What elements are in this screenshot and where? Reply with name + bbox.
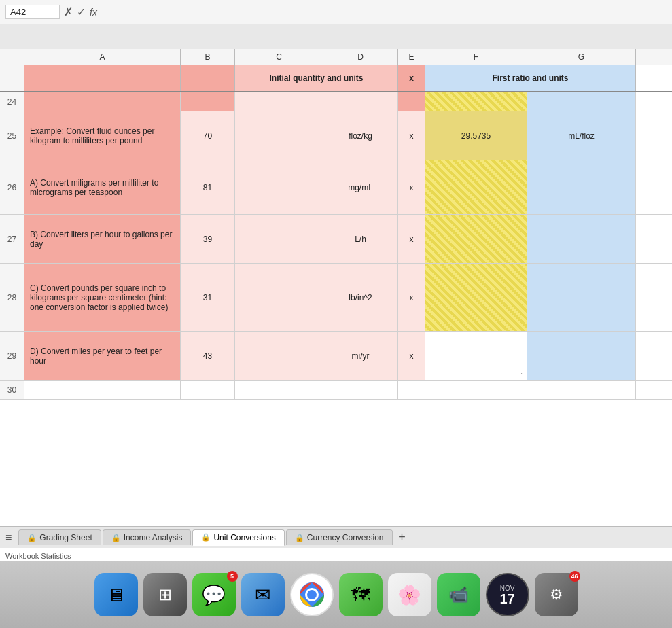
cell-27-c[interactable] (235, 215, 323, 263)
cell-26-c[interactable] (235, 160, 323, 214)
cell-25-a[interactable]: Example: Convert fluid ounces per kilogr… (24, 111, 181, 160)
col-header-d[interactable]: D (323, 49, 398, 65)
dock-item-mail[interactable]: ✉ (241, 573, 285, 616)
cell-24-c[interactable] (235, 92, 323, 111)
col-header-g[interactable]: G (527, 49, 636, 65)
cell-27-a[interactable]: B) Convert liters per hour to gallons pe… (24, 215, 181, 263)
cell-29-e[interactable]: x (398, 332, 425, 380)
col-header-b[interactable]: B (181, 49, 235, 65)
dock-item-photos[interactable]: 🌸 (388, 573, 431, 616)
row-num-corner (0, 49, 24, 65)
cell-26-e[interactable]: x (398, 160, 425, 214)
col-header-a[interactable]: A (24, 49, 181, 65)
cell-30-b[interactable] (181, 381, 235, 399)
formula-input[interactable] (101, 7, 667, 17)
table-row: 28 C) Convert pounds per square inch to … (0, 264, 672, 332)
cell-reference[interactable]: A42 (5, 5, 60, 19)
add-sheet-button[interactable]: + (394, 529, 410, 546)
cell-27-e[interactable]: x (398, 215, 425, 263)
cell-30-g[interactable] (527, 381, 636, 399)
cell-28-d[interactable]: lb/in^2 (323, 264, 398, 331)
row-num-26: 26 (0, 160, 24, 214)
cell-26-g[interactable] (527, 160, 636, 214)
tab-menu-icon[interactable]: ≡ (5, 531, 12, 544)
cell-24-a[interactable] (24, 92, 181, 111)
cell-24-g[interactable] (527, 92, 636, 111)
notification-icon: ⚙ (550, 586, 563, 604)
tab-unit-label: Unit Conversions (213, 533, 275, 542)
cell-29-c[interactable] (235, 332, 323, 380)
lock-icon-3: 🔒 (201, 533, 211, 542)
cell-27-b[interactable]: 39 (181, 215, 235, 263)
workbook-statistics[interactable]: Workbook Statistics (5, 552, 71, 560)
cell-28-a[interactable]: C) Convert pounds per square inch to kil… (24, 264, 181, 331)
dock-clock[interactable]: NOV 17 (486, 573, 529, 616)
cell-24-e[interactable] (398, 92, 425, 111)
cell-28-b[interactable]: 31 (181, 264, 235, 331)
table-row: 24 (0, 92, 672, 111)
cancel-icon[interactable]: ✗ (64, 5, 73, 18)
cell-30-a[interactable] (24, 381, 181, 399)
dock-item-chrome[interactable] (290, 573, 334, 616)
lock-icon-4: 🔒 (295, 534, 304, 542)
cell-27-d[interactable]: L/h (323, 215, 398, 263)
dock: 🖥 ⊞ 💬 5 ✉ 🗺 🌸 📹 NOV 17 (0, 561, 672, 628)
maps-icon: 🗺 (351, 584, 370, 606)
dock-item-messages[interactable]: 💬 5 (192, 573, 236, 616)
cell-27-g[interactable] (527, 215, 636, 263)
cell-24-b[interactable] (181, 92, 235, 111)
cell-29-g[interactable] (527, 332, 636, 380)
cell-25-e[interactable]: x (398, 111, 425, 160)
header-cell-a (24, 65, 181, 91)
col-header-c[interactable]: C (235, 49, 323, 65)
col-header-f[interactable]: F (425, 49, 527, 65)
column-label-row: Initial quantity and units x First ratio… (0, 65, 672, 92)
cell-25-f[interactable]: 29.5735 (425, 111, 527, 160)
tab-unit-conversions[interactable]: 🔒 Unit Conversions (192, 529, 284, 546)
function-icon[interactable]: fx (90, 7, 97, 18)
cell-29-b[interactable]: 43 (181, 332, 235, 380)
cell-30-e[interactable] (398, 381, 425, 399)
cell-26-d[interactable]: mg/mL (323, 160, 398, 214)
cell-25-c[interactable] (235, 111, 323, 160)
dock-item-notification[interactable]: ⚙ 46 (535, 573, 578, 616)
confirm-icon[interactable]: ✓ (77, 5, 86, 18)
cell-30-d[interactable] (323, 381, 398, 399)
tab-income-label: Income Analysis (124, 533, 183, 542)
cell-29-f[interactable]: · (425, 332, 527, 380)
cell-30-f[interactable] (425, 381, 527, 399)
dock-item-finder[interactable]: 🖥 (94, 573, 138, 616)
tab-grading-sheet[interactable]: 🔒 Grading Sheet (18, 529, 101, 545)
cell-29-a[interactable]: D) Convert miles per year to feet per ho… (24, 332, 181, 380)
spreadsheet-grid: Initial quantity and units x First ratio… (0, 65, 672, 400)
dock-item-facetime[interactable]: 📹 (437, 573, 480, 616)
cell-29-d[interactable]: mi/yr (323, 332, 398, 380)
tab-income-analysis[interactable]: 🔒 Income Analysis (103, 529, 192, 545)
cell-30-c[interactable] (235, 381, 323, 399)
cell-25-b[interactable]: 70 (181, 111, 235, 160)
col-header-e[interactable]: E (398, 49, 425, 65)
header-cell-fg: First ratio and units (425, 65, 636, 91)
cell-28-f[interactable] (425, 264, 527, 331)
cell-28-e[interactable]: x (398, 264, 425, 331)
dock-item-launchpad[interactable]: ⊞ (143, 573, 187, 616)
cell-26-f[interactable] (425, 160, 527, 214)
workbook-stats-label: Workbook Statistics (5, 552, 71, 560)
finder-icon: 🖥 (107, 584, 126, 606)
clock-day: 17 (499, 592, 514, 606)
cell-24-d[interactable] (323, 92, 398, 111)
tab-grading-label: Grading Sheet (39, 533, 92, 542)
cell-25-d[interactable]: floz/kg (323, 111, 398, 160)
cell-27-f[interactable] (425, 215, 527, 263)
row-num-label (0, 65, 24, 91)
cell-26-b[interactable]: 81 (181, 160, 235, 214)
cell-28-g[interactable] (527, 264, 636, 331)
cell-25-g[interactable]: mL/floz (527, 111, 636, 160)
cell-28-c[interactable] (235, 264, 323, 331)
cell-26-a[interactable]: A) Convert miligrams per milliliter to m… (24, 160, 181, 214)
tab-currency-conversion[interactable]: 🔒 Currency Conversion (286, 529, 393, 545)
dock-item-maps[interactable]: 🗺 (339, 573, 383, 616)
facetime-icon: 📹 (448, 585, 469, 604)
cell-24-f[interactable] (425, 92, 527, 111)
svg-point-2 (307, 590, 317, 599)
